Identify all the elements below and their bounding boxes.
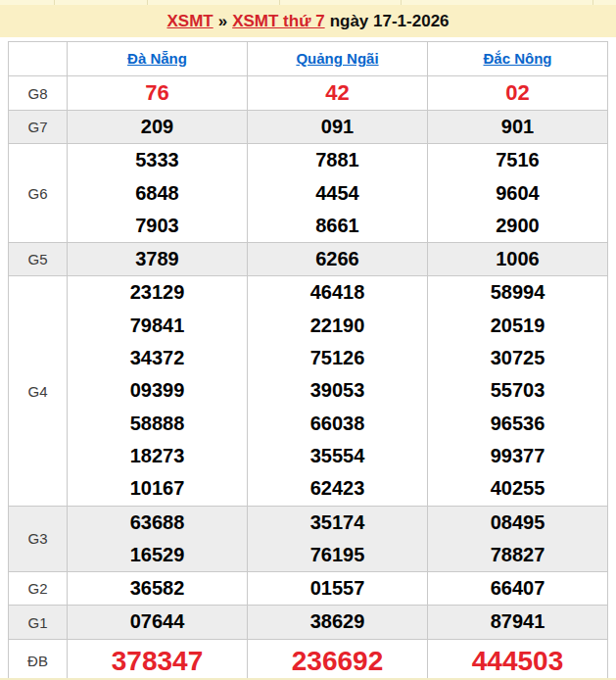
prize-numbers-cell: 236692 <box>248 639 428 680</box>
tab-divider <box>279 0 280 5</box>
prize-numbers-cell: 07644 <box>68 606 248 639</box>
table-row: G6533368487903788144548661751696042900 <box>9 144 608 243</box>
prize-number: 66407 <box>428 572 607 605</box>
prize-number: 76195 <box>248 539 427 571</box>
column-header-dac-nong: Đắc Nông <box>428 42 608 76</box>
prize-number: 1006 <box>428 243 607 275</box>
prize-number: 35554 <box>248 440 427 472</box>
prize-number: 7903 <box>68 210 247 242</box>
prize-number: 8661 <box>248 210 427 242</box>
prize-numbers-cell: 42 <box>248 76 428 111</box>
prize-number: 87941 <box>428 606 607 638</box>
prize-number: 62423 <box>248 472 427 505</box>
xsmt-day-link[interactable]: XSMT thứ 7 <box>232 12 324 31</box>
prize-numbers-cell: 0849578827 <box>428 506 608 572</box>
prize-number: 3789 <box>68 243 247 275</box>
prize-number: 42 <box>248 76 427 110</box>
prize-number: 4454 <box>248 177 427 210</box>
prize-number: 6266 <box>248 243 427 275</box>
prize-number: 30725 <box>428 342 607 374</box>
prize-number: 6848 <box>68 177 247 210</box>
prize-number: 36582 <box>68 572 247 605</box>
prize-label: G4 <box>9 276 68 506</box>
tab-divider <box>592 0 593 5</box>
prize-number: 209 <box>68 111 247 143</box>
prize-number: 9604 <box>428 177 607 210</box>
prize-number: 96536 <box>428 408 607 440</box>
corner-cell <box>9 42 68 76</box>
prize-numbers-cell: 6266 <box>248 243 428 276</box>
prize-number: 236692 <box>248 640 427 680</box>
prize-number: 091 <box>248 111 427 143</box>
table-row: G2365820155766407 <box>9 572 608 606</box>
prize-number: 75126 <box>248 342 427 374</box>
prize-label: G1 <box>9 606 68 639</box>
prize-numbers-cell: 36582 <box>68 572 248 606</box>
prize-number: 35174 <box>248 507 427 539</box>
prize-number: 55703 <box>428 374 607 407</box>
prize-number: 76 <box>68 76 247 110</box>
prize-numbers-cell: 3789 <box>68 243 248 276</box>
prize-number: 66038 <box>248 408 427 440</box>
table-row: G423129798413437209399588881827310167464… <box>9 276 608 506</box>
province-link[interactable]: Đà Nẵng <box>127 50 187 67</box>
table-row: G5378962661006 <box>9 243 608 276</box>
prize-number: 40255 <box>428 472 607 505</box>
tab-divider <box>54 0 55 5</box>
prize-number: 23129 <box>68 276 247 309</box>
province-link[interactable]: Đắc Nông <box>483 50 551 67</box>
prize-numbers-cell: 66407 <box>428 572 608 606</box>
prize-number: 99377 <box>428 440 607 472</box>
tab-divider <box>401 0 402 5</box>
prize-number: 78827 <box>428 539 607 571</box>
table-row: ĐB378347236692444503 <box>9 639 608 680</box>
prize-numbers-cell: 02 <box>428 76 608 111</box>
prize-numbers-cell: 38629 <box>248 606 428 639</box>
prize-number: 58888 <box>68 408 247 440</box>
prize-number: 16529 <box>68 539 247 571</box>
prize-numbers-cell: 46418221907512639053660383555462423 <box>248 276 428 506</box>
xsmt-link[interactable]: XSMT <box>166 12 213 31</box>
table-row: G1076443862987941 <box>9 606 608 639</box>
column-header-quang-ngai: Quảng Ngãi <box>248 42 428 76</box>
prize-numbers-cell: 87941 <box>428 606 608 639</box>
prize-number: 02 <box>428 76 607 110</box>
prize-numbers-cell: 751696042900 <box>428 144 608 243</box>
draw-date: ngày 17-1-2026 <box>330 12 450 31</box>
tab-strip <box>0 0 616 5</box>
prize-label: ĐB <box>9 639 68 680</box>
prize-label: G6 <box>9 144 68 243</box>
prize-number: 22190 <box>248 310 427 342</box>
prize-numbers-cell: 901 <box>428 111 608 144</box>
prize-number: 39053 <box>248 374 427 407</box>
prize-numbers-cell: 209 <box>68 111 248 144</box>
prize-number: 58994 <box>428 276 607 309</box>
prize-number: 46418 <box>248 276 427 309</box>
province-link[interactable]: Quảng Ngãi <box>296 50 378 67</box>
prize-label: G7 <box>9 111 68 144</box>
prize-numbers-cell: 091 <box>248 111 428 144</box>
prize-label: G3 <box>9 506 68 572</box>
table-row: G3636881652935174761950849578827 <box>9 506 608 572</box>
prize-number: 10167 <box>68 472 247 505</box>
title-band: XSMT » XSMT thứ 7 ngày 17-1-2026 <box>0 5 616 37</box>
results-body: G8764202G7209091901G65333684879037881445… <box>9 76 608 680</box>
column-header-row: Đà Nẵng Quảng Ngãi Đắc Nông <box>9 42 608 76</box>
tab-divider <box>147 0 148 5</box>
prize-number: 09399 <box>68 374 247 407</box>
prize-numbers-cell: 533368487903 <box>68 144 248 243</box>
breadcrumb-separator: » <box>218 12 227 31</box>
prize-numbers-cell: 3517476195 <box>248 506 428 572</box>
prize-label: G8 <box>9 76 68 111</box>
prize-number: 63688 <box>68 507 247 539</box>
prize-number: 7516 <box>428 144 607 176</box>
prize-number: 79841 <box>68 310 247 342</box>
table-row: G7209091901 <box>9 111 608 144</box>
prize-number: 38629 <box>248 606 427 638</box>
prize-numbers-cell: 788144548661 <box>248 144 428 243</box>
prize-number: 18273 <box>68 440 247 472</box>
prize-number: 01557 <box>248 572 427 605</box>
prize-label: G5 <box>9 243 68 276</box>
results-table: Đà Nẵng Quảng Ngãi Đắc Nông G8764202G720… <box>8 41 608 680</box>
prize-numbers-cell: 58994205193072555703965369937740255 <box>428 276 608 506</box>
